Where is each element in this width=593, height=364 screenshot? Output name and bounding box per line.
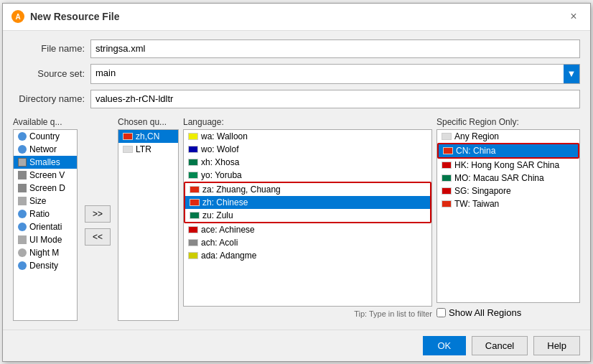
available-qualifiers-header: Available q... — [13, 117, 78, 127]
lang-yo[interactable]: yo: Yoruba — [184, 169, 431, 182]
lang-xh[interactable]: xh: Xhosa — [184, 156, 431, 169]
source-set-label: Source set: — [13, 68, 85, 79]
region-list-wrapper: Any Region CN: China HK: Hong Kong SAR C… — [436, 129, 580, 321]
remove-qualifier-button[interactable]: << — [85, 228, 111, 246]
dialog-content: File name: Source set: main ▼ Directory … — [3, 31, 590, 330]
dialog-footer: OK Cancel Help — [3, 330, 590, 361]
chosen-qualifiers-panel: Chosen qu... zh,CN LTR — [118, 117, 179, 321]
lang-wo[interactable]: wo: Wolof — [184, 143, 431, 156]
language-header: Language: — [183, 117, 432, 127]
qualifier-orientation[interactable]: Orientati — [14, 220, 77, 233]
new-resource-file-dialog: A New Resource File × File name: Source … — [2, 3, 591, 362]
dialog-title: New Resource File — [30, 11, 120, 22]
chosen-ltr[interactable]: LTR — [118, 143, 178, 156]
lang-ada[interactable]: ada: Adangme — [184, 249, 431, 262]
tip-row: Tip: Type in list to filter — [183, 307, 432, 321]
qualifier-screen-d[interactable]: Screen D — [14, 182, 77, 195]
region-highlighted-group: CN: China — [437, 143, 579, 159]
show-all-regions-row: Show All Regions — [436, 304, 580, 321]
close-button[interactable]: × — [566, 9, 582, 24]
lang-wa[interactable]: wa: Walloon — [184, 130, 431, 143]
tip-text: Tip: Type in list to filter — [354, 309, 432, 318]
source-set-row: Source set: main ▼ — [13, 64, 580, 84]
language-section: Language: wa: Walloon wo: Wolof — [183, 117, 432, 321]
main-area: Available q... Country Networ Smalles — [13, 117, 580, 321]
lang-ace[interactable]: ace: Achinese — [184, 223, 431, 236]
chosen-qualifiers-header: Chosen qu... — [118, 117, 179, 127]
chosen-zh-cn[interactable]: zh,CN — [118, 130, 178, 143]
qualifier-smallest[interactable]: Smalles — [14, 156, 77, 169]
region-sg[interactable]: SG: Singapore — [437, 185, 579, 197]
source-set-dropdown-arrow[interactable]: ▼ — [564, 65, 579, 83]
app-icon: A — [11, 10, 24, 23]
source-set-wrapper: main ▼ — [90, 64, 580, 84]
source-set-value: main — [91, 65, 562, 83]
file-name-input[interactable] — [90, 39, 580, 58]
file-name-row: File name: — [13, 39, 580, 58]
qualifier-night[interactable]: Night M — [14, 246, 77, 259]
chosen-qualifiers-list[interactable]: zh,CN LTR — [118, 129, 179, 321]
title-bar-left: A New Resource File — [11, 10, 120, 23]
lang-zu[interactable]: zu: Zulu — [185, 209, 430, 222]
directory-input[interactable] — [90, 90, 580, 108]
ok-button[interactable]: OK — [423, 336, 466, 355]
qualifier-density[interactable]: Density — [14, 259, 77, 272]
region-any[interactable]: Any Region — [437, 130, 579, 143]
language-list[interactable]: wa: Walloon wo: Wolof xh: Xhosa yo: — [183, 129, 432, 307]
language-highlighted-group: za: Zhuang, Chuang zh: Chinese zu: Zulu — [184, 182, 431, 223]
region-cn[interactable]: CN: China — [439, 144, 578, 157]
qualifier-screen-w[interactable]: Screen V — [14, 169, 77, 182]
region-list[interactable]: Any Region CN: China HK: Hong Kong SAR C… — [436, 129, 580, 303]
arrow-buttons: >> << — [82, 130, 113, 321]
lang-ach[interactable]: ach: Acoli — [184, 236, 431, 249]
region-hk[interactable]: HK: Hong Kong SAR China — [437, 159, 579, 172]
directory-label: Directory name: — [13, 93, 85, 104]
help-button[interactable]: Help — [533, 336, 580, 355]
show-all-regions-checkbox[interactable] — [436, 308, 446, 317]
region-mo[interactable]: MO: Macau SAR China — [437, 172, 579, 185]
show-all-regions-label[interactable]: Show All Regions — [449, 307, 521, 318]
directory-row: Directory name: — [13, 90, 580, 108]
lang-zh[interactable]: zh: Chinese — [185, 196, 430, 209]
qualifier-size[interactable]: Size — [14, 195, 77, 207]
add-qualifier-button[interactable]: >> — [85, 205, 111, 223]
cancel-button[interactable]: Cancel — [472, 336, 528, 355]
region-section: Specific Region Only: Any Region CN: Chi… — [436, 117, 580, 321]
file-name-label: File name: — [13, 43, 85, 54]
qualifier-ui-mode[interactable]: UI Mode — [14, 233, 77, 246]
available-qualifiers-list[interactable]: Country Networ Smalles Screen V — [13, 129, 78, 321]
region-header: Specific Region Only: — [436, 117, 580, 127]
available-qualifiers-panel: Available q... Country Networ Smalles — [13, 117, 78, 321]
title-bar: A New Resource File × — [3, 4, 590, 31]
qualifier-country[interactable]: Country — [14, 130, 77, 143]
qualifier-ratio[interactable]: Ratio — [14, 207, 77, 220]
region-tw[interactable]: TW: Taiwan — [437, 197, 579, 210]
lang-za[interactable]: za: Zhuang, Chuang — [185, 183, 430, 196]
qualifier-network[interactable]: Networ — [14, 143, 77, 156]
